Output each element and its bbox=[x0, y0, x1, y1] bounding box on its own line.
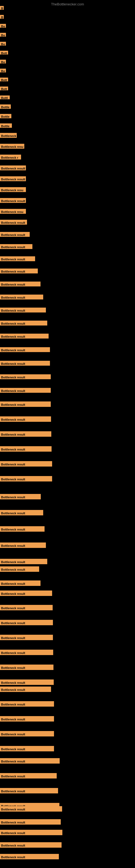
bar-item-40: Bottleneck result bbox=[0, 446, 52, 453]
bar-item-61: Bottleneck result bbox=[0, 746, 54, 752]
bar-item-2: B bbox=[0, 15, 4, 20]
bar-label-9: Bott bbox=[0, 78, 8, 82]
bar-label-14: Bottle bbox=[0, 123, 12, 128]
bar-item-10: Bott bbox=[0, 87, 8, 91]
bar-item-21: Bottleneck result bbox=[0, 198, 26, 204]
bar-item-50: Bottleneck result bbox=[0, 590, 52, 597]
bar-label-64: Bottleneck result bbox=[0, 788, 58, 794]
bar-label-19: Bottleneck result bbox=[0, 176, 26, 181]
bar-item-22: Bottleneck resu bbox=[0, 209, 26, 215]
bar-item-43: Bottleneck result bbox=[0, 494, 41, 500]
bar-label-3: Bo bbox=[0, 24, 6, 28]
bar-item-6: Bott bbox=[0, 51, 8, 56]
bar-item-29: Bottleneck result bbox=[0, 294, 43, 301]
bar-label-56: Bottleneck result bbox=[0, 680, 54, 685]
bar-item-27: Bottleneck result bbox=[0, 269, 38, 275]
bar-label-30: Bottleneck result bbox=[0, 308, 46, 312]
bar-item-62: Bottleneck result bbox=[0, 758, 60, 765]
bar-item-70: Bottleneck result bbox=[0, 854, 59, 860]
bar-item-13: Bottle bbox=[0, 114, 11, 119]
bar-item-14: Bottle bbox=[0, 123, 12, 129]
bar-label-61: Bottleneck result bbox=[0, 746, 54, 751]
bar-label-1: B bbox=[0, 6, 4, 10]
bar-item-17: Bottleneck r bbox=[0, 155, 21, 161]
bar-label-16: Bottleneck resu bbox=[0, 144, 24, 149]
bar-item-48: Bottleneck result bbox=[0, 566, 39, 573]
bar-item-31: Bottleneck result bbox=[0, 321, 47, 327]
bar-label-62: Bottleneck result bbox=[0, 758, 60, 764]
bar-item-12: Bottle bbox=[0, 104, 11, 110]
bar-label-52: Bottleneck result bbox=[0, 620, 53, 625]
bar-label-50: Bottleneck result bbox=[0, 590, 52, 596]
bar-item-32: Bottleneck result bbox=[0, 334, 49, 340]
bar-item-56: Bottleneck result bbox=[0, 680, 54, 686]
bar-item-63: Bottleneck result bbox=[0, 773, 57, 780]
bar-label-36: Bottleneck result bbox=[0, 388, 51, 393]
bar-label-34: Bottleneck result bbox=[0, 361, 50, 366]
bar-item-34: Bottleneck result bbox=[0, 361, 50, 367]
bar-label-51: Bottleneck result bbox=[0, 605, 53, 610]
bar-label-66: Bottleneck result bbox=[0, 806, 62, 812]
bar-label-27: Bottleneck result bbox=[0, 269, 38, 273]
bar-item-57: Bottleneck result bbox=[0, 686, 51, 693]
bar-item-1: B bbox=[0, 6, 4, 11]
bar-label-7: Bo bbox=[0, 60, 6, 63]
bar-label-2: B bbox=[0, 15, 4, 19]
bar-label-5: Bo bbox=[0, 42, 6, 45]
bar-item-35: Bottleneck result bbox=[0, 374, 51, 380]
bar-item-64: Bottleneck result bbox=[0, 788, 58, 795]
bar-label-10: Bott bbox=[0, 87, 8, 90]
bar-label-39: Bottleneck result bbox=[0, 431, 51, 437]
bar-item-23: Bottleneck result bbox=[0, 220, 27, 226]
bar-item-26: Bottleneck result bbox=[0, 256, 35, 262]
bar-label-11: Bottl bbox=[0, 95, 10, 99]
bar-label-25: Bottleneck result bbox=[0, 244, 32, 249]
bar-label-8: Bo bbox=[0, 69, 6, 72]
bar-label-63: Bottleneck result bbox=[0, 773, 57, 778]
bar-label-17: Bottleneck r bbox=[0, 155, 21, 159]
bar-item-59: Bottleneck result bbox=[0, 716, 54, 723]
bar-label-37: Bottleneck result bbox=[0, 401, 51, 407]
bar-item-16: Bottleneck resu bbox=[0, 144, 24, 150]
bar-label-42: Bottleneck result bbox=[0, 476, 52, 482]
bar-label-22: Bottleneck resu bbox=[0, 209, 26, 214]
bar-label-60: Bottleneck result bbox=[0, 731, 54, 737]
bar-item-55: Bottleneck result bbox=[0, 664, 53, 671]
bar-label-43: Bottleneck result bbox=[0, 494, 41, 499]
bar-item-20: Bottleneck resu bbox=[0, 187, 26, 193]
bar-label-24: Bottleneck result bbox=[0, 232, 30, 237]
bar-label-28: Bottleneck result bbox=[0, 282, 41, 286]
bar-item-51: Bottleneck result bbox=[0, 605, 53, 611]
bar-label-68: Bottleneck result bbox=[0, 830, 62, 835]
site-title: TheBottlenecker.com bbox=[0, 0, 135, 7]
bar-label-20: Bottleneck resu bbox=[0, 187, 26, 192]
bar-item-47: Bottleneck result bbox=[0, 559, 47, 565]
bar-item-53: Bottleneck result bbox=[0, 635, 53, 641]
bar-label-35: Bottleneck result bbox=[0, 374, 51, 379]
bar-label-29: Bottleneck result bbox=[0, 294, 43, 300]
bar-item-30: Bottleneck result bbox=[0, 308, 46, 314]
bar-label-33: Bottleneck result bbox=[0, 347, 50, 352]
bar-item-41: Bottleneck result bbox=[0, 461, 52, 468]
bar-item-45: Bottleneck result bbox=[0, 526, 45, 533]
bar-label-31: Bottleneck result bbox=[0, 321, 47, 326]
bar-label-18: Bottleneck result bbox=[0, 165, 26, 170]
bar-item-37: Bottleneck result bbox=[0, 401, 51, 408]
bar-item-5: Bo bbox=[0, 42, 6, 46]
bar-label-21: Bottleneck result bbox=[0, 198, 26, 203]
bar-item-33: Bottleneck result bbox=[0, 347, 50, 353]
bar-label-12: Bottle bbox=[0, 104, 11, 109]
bar-item-42: Bottleneck result bbox=[0, 476, 52, 483]
bar-item-18: Bottleneck result bbox=[0, 165, 26, 172]
bar-item-38: Bottleneck result bbox=[0, 416, 51, 423]
bar-label-26: Bottleneck result bbox=[0, 256, 35, 261]
bar-item-67: Bottleneck result bbox=[0, 819, 61, 826]
bar-item-7: Bo bbox=[0, 60, 6, 65]
bar-label-58: Bottleneck result bbox=[0, 701, 54, 707]
bar-item-68: Bottleneck result bbox=[0, 830, 62, 836]
bar-item-69: Bottleneck result bbox=[0, 842, 61, 849]
bar-item-8: Bo bbox=[0, 69, 6, 73]
bar-label-32: Bottleneck result bbox=[0, 334, 49, 339]
bar-label-53: Bottleneck result bbox=[0, 635, 53, 640]
bar-label-38: Bottleneck result bbox=[0, 416, 51, 422]
